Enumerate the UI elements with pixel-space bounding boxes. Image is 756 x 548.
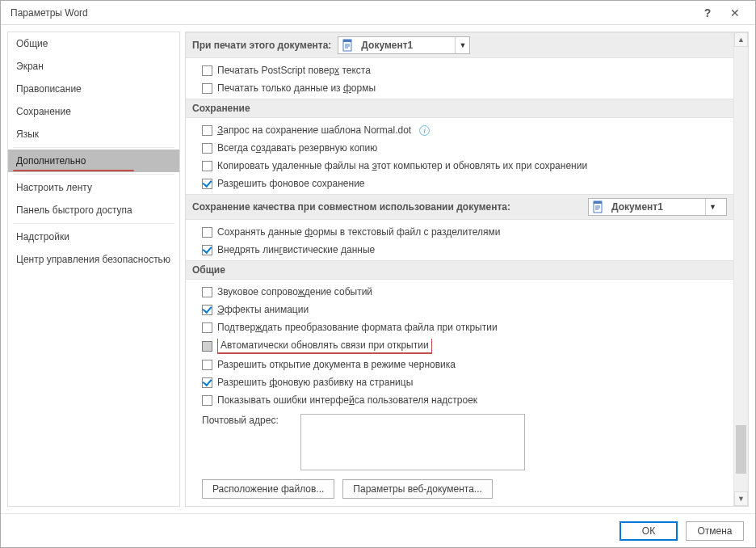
option-label: Разрешить фоновое сохранение (217, 177, 365, 190)
svg-rect-1 (343, 40, 351, 42)
sidebar-separator (13, 147, 174, 148)
checkbox-addin-ui-errors[interactable] (202, 395, 212, 406)
sidebar-item-display[interactable]: Экран (8, 55, 179, 78)
option-label: Подтверждать преобразование формата файл… (217, 321, 498, 334)
sidebar-item-general[interactable]: Общие (8, 32, 179, 55)
checkbox-update-links[interactable] (202, 341, 212, 352)
section-fidelity: Сохранение качества при совместном испол… (186, 194, 733, 220)
options-dialog: Параметры Word ? ✕ Общие Экран Правописа… (0, 0, 756, 548)
checkbox-background-save[interactable] (202, 179, 212, 189)
mail-address-label: Почтовый адрес: (202, 414, 291, 427)
checkbox-animation[interactable] (202, 305, 212, 315)
print-options-group: Печатать PostScript поверх текста Печата… (186, 58, 733, 99)
chevron-down-icon: ▼ (455, 37, 469, 53)
save-options-group: Запрос на сохранение шаблона Normal.doti… (186, 118, 733, 194)
sidebar-item-addins[interactable]: Надстройки (8, 226, 179, 248)
sidebar-item-quick-access[interactable]: Панель быстрого доступа (8, 199, 179, 221)
option-label: Внедрять лингвистические данные (217, 243, 375, 256)
sidebar-item-language[interactable]: Язык (8, 123, 179, 145)
info-icon[interactable]: i (419, 125, 430, 136)
checkbox-copy-remote-files[interactable] (202, 161, 212, 171)
category-sidebar: Общие Экран Правописание Сохранение Язык… (7, 32, 180, 507)
content-pane: При печати этого документа: Документ1 ▼ … (185, 32, 749, 507)
svg-rect-3 (594, 201, 602, 204)
sidebar-item-advanced[interactable]: Дополнительно (8, 150, 179, 172)
section-print-document: При печати этого документа: Документ1 ▼ (186, 32, 733, 58)
option-label: Разрешить открытие документа в режиме че… (217, 358, 456, 371)
checkbox-embed-linguistic[interactable] (202, 245, 212, 255)
option-label-highlighted: Автоматически обновлять связи при открыт… (217, 339, 432, 353)
option-label: Печатать только данные из формы (217, 82, 376, 95)
sidebar-separator (13, 174, 174, 175)
mail-address-textarea[interactable] (300, 414, 525, 470)
titlebar: Параметры Word ? ✕ (1, 1, 755, 25)
content-scroll-area: При печати этого документа: Документ1 ▼ … (186, 32, 733, 506)
checkbox-backup-copy[interactable] (202, 143, 212, 154)
dialog-body: Общие Экран Правописание Сохранение Язык… (1, 25, 755, 513)
help-button[interactable]: ? (694, 1, 721, 24)
option-label: Копировать удаленные файлы на этот компь… (217, 159, 587, 172)
sidebar-item-trust-center[interactable]: Центр управления безопасностью (8, 248, 179, 271)
option-label: Эффекты анимации (217, 303, 309, 316)
sidebar-item-customize-ribbon[interactable]: Настроить ленту (8, 176, 179, 199)
sidebar-item-save[interactable]: Сохранение (8, 100, 179, 123)
option-label: Показывать ошибки интерфейса пользовател… (217, 394, 477, 407)
window-title: Параметры Word (7, 7, 694, 19)
checkbox-sound-events[interactable] (202, 287, 212, 297)
sidebar-item-proofing[interactable]: Правописание (8, 78, 179, 100)
section-save: Сохранение (186, 99, 733, 118)
chevron-down-icon: ▼ (705, 199, 720, 215)
option-label: Печатать PostScript поверх текста (217, 64, 371, 77)
scroll-thumb[interactable] (736, 425, 746, 474)
cancel-button[interactable]: Отмена (686, 521, 744, 541)
checkbox-normal-dot-prompt[interactable] (202, 125, 212, 136)
dialog-footer: ОК Отмена (1, 513, 755, 547)
section-title: При печати этого документа: (192, 40, 331, 51)
close-button[interactable]: ✕ (721, 1, 749, 24)
section-title: Сохранение качества при совместном испол… (192, 201, 510, 213)
section-title: Сохранение (192, 103, 250, 114)
fidelity-options-group: Сохранять данные формы в текстовый файл … (186, 220, 733, 260)
vertical-scrollbar[interactable]: ▲ ▼ (733, 32, 748, 506)
document-icon (590, 200, 607, 214)
checkbox-save-form-data-txt[interactable] (202, 227, 212, 238)
fidelity-document-dropdown[interactable]: Документ1 ▼ (588, 198, 727, 216)
section-general: Общие (186, 260, 733, 280)
scroll-track[interactable] (734, 47, 748, 491)
document-icon (340, 38, 356, 53)
option-label: Звуковое сопровождение событий (217, 285, 372, 298)
dropdown-value: Документ1 (608, 201, 705, 213)
web-options-button[interactable]: Параметры веб-документа... (342, 479, 492, 499)
scroll-down-button[interactable]: ▼ (734, 491, 748, 506)
dropdown-value: Документ1 (358, 40, 455, 51)
option-label: Запрос на сохранение шаблона Normal.dot (217, 124, 411, 137)
ok-button[interactable]: ОК (620, 521, 678, 541)
section-title: Общие (192, 264, 225, 276)
option-label: Всегда создавать резервную копию (217, 141, 377, 154)
print-document-dropdown[interactable]: Документ1 ▼ (338, 36, 470, 54)
option-label: Разрешить фоновую разбивку на страницы (217, 376, 413, 389)
scroll-up-button[interactable]: ▲ (734, 32, 748, 47)
close-icon: ✕ (730, 6, 740, 19)
option-label: Сохранять данные формы в текстовый файл … (217, 226, 500, 238)
general-options-group: Звуковое сопровождение событий Эффекты а… (186, 280, 733, 503)
checkbox-form-data-only[interactable] (202, 83, 212, 94)
checkbox-postscript[interactable] (202, 65, 212, 76)
checkbox-background-repaginate[interactable] (202, 377, 212, 388)
sidebar-separator (13, 223, 174, 224)
checkbox-confirm-conversion[interactable] (202, 322, 212, 333)
file-locations-button[interactable]: Расположение файлов... (202, 479, 334, 499)
checkbox-open-draft[interactable] (202, 360, 212, 370)
